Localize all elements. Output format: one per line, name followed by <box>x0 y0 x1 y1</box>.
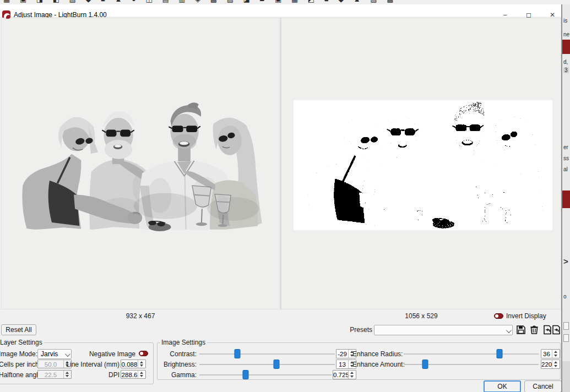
brightness-slider-handle[interactable] <box>274 360 280 369</box>
enhance-radius-slider-handle[interactable] <box>496 349 502 358</box>
dpi-label: DPI <box>99 371 120 379</box>
image-mode-combobox[interactable]: Jarvis <box>37 349 72 359</box>
original-size-caption: 932 x 467 <box>85 312 196 320</box>
slider-groove <box>199 353 335 355</box>
negative-image-toggle[interactable] <box>139 351 148 356</box>
image-mode-label: Image Mode: <box>0 350 36 358</box>
original-image-preview <box>7 101 270 233</box>
background-layer-color-fragment <box>562 190 570 208</box>
edge-text-fragment: > <box>563 257 568 266</box>
invert-display-label: Invert Display <box>506 312 546 320</box>
halftone-angle-label: Halftone angle <box>0 371 36 379</box>
spin-arrows-icon[interactable] <box>552 350 560 358</box>
cells-per-inch-label: Cells per inch <box>0 361 36 368</box>
presets-label: Presets <box>330 326 372 334</box>
edge-text-fragment: ne <box>563 31 569 37</box>
edge-text-fragment: 3 <box>563 67 569 73</box>
contrast-label: Contrast: <box>153 350 197 358</box>
slider-groove <box>199 364 335 365</box>
enhance-radius-label: Enhance Radius: <box>352 350 401 358</box>
save-icon <box>515 324 526 335</box>
edge-text-fragment: al <box>563 166 568 172</box>
gamma-slider[interactable] <box>199 370 332 379</box>
dialog-title-bar[interactable]: Adjust Image - LightBurn 1.4.00 – ◻ ✕ <box>0 4 562 17</box>
layer-settings-title: Layer Settings <box>0 339 44 346</box>
edge-text-fragment: d, <box>563 59 568 65</box>
invert-display-toggle[interactable] <box>494 313 503 319</box>
brightness-slider[interactable] <box>199 360 335 369</box>
spin-arrows-icon[interactable] <box>552 360 560 368</box>
import-preset-button[interactable] <box>551 324 562 335</box>
background-panel-fragment <box>562 361 570 392</box>
contrast-slider[interactable] <box>199 349 335 358</box>
enhance-radius-spinbox[interactable]: 36 <box>541 349 560 358</box>
enhance-amount-label: Enhance Amount: <box>352 361 401 368</box>
delete-preset-button[interactable] <box>529 324 540 335</box>
enhance-amount-slider[interactable] <box>404 360 539 369</box>
background-app-edge: isned,3erssal>o <box>562 4 570 392</box>
chevron-down-icon <box>65 351 70 357</box>
enhance-radius-slider[interactable] <box>404 349 539 358</box>
line-interval-label: Line Interval (mm) <box>65 361 120 368</box>
processed-size-caption: 1056 x 529 <box>366 312 476 320</box>
chevron-down-icon <box>506 328 512 333</box>
gamma-slider-handle[interactable] <box>243 370 249 379</box>
edge-text-fragment: is <box>563 18 567 24</box>
save-preset-button[interactable] <box>515 324 526 335</box>
edge-text-fragment: er <box>563 144 568 150</box>
gamma-label: Gamma: <box>153 371 197 379</box>
cancel-button[interactable]: Cancel <box>524 380 562 392</box>
original-preview-pane[interactable] <box>1 18 280 309</box>
spin-arrows-icon[interactable] <box>348 371 356 379</box>
halftone-angle-spinbox: 22.5 <box>37 370 72 379</box>
enhance-amount-slider-handle[interactable] <box>422 360 428 369</box>
import-preset-icon <box>551 324 562 335</box>
slider-groove <box>404 353 539 355</box>
toolbar-fragment-glyphs: ▦ ▣ ◨ ◧ ▨ ◆ ■ ▲ ● ◫ ▤ ▥ ◈ ▩ ▧ ◪ ▰ ▣ ▦ ◩ … <box>3 0 398 3</box>
slider-groove <box>199 374 332 375</box>
line-interval-spinbox[interactable]: 0.088 <box>121 360 146 368</box>
image-mode-value: Jarvis <box>41 350 58 358</box>
dithered-image-preview <box>294 100 552 230</box>
presets-combobox[interactable] <box>374 325 513 335</box>
spin-arrows-icon[interactable] <box>138 371 145 378</box>
dpi-spinbox[interactable]: 288.6 <box>121 370 146 379</box>
ok-button[interactable]: OK <box>484 380 521 392</box>
edge-text-fragment: o <box>563 293 567 300</box>
gamma-spinbox[interactable]: 0.725 <box>333 370 356 379</box>
trash-icon <box>529 324 540 335</box>
background-layer-color-fragment <box>562 40 570 54</box>
brightness-label: Brightness: <box>153 361 197 368</box>
image-settings-title: Image Settings <box>160 339 207 346</box>
background-control-fragment <box>563 322 569 330</box>
spin-arrows-icon[interactable] <box>138 360 145 368</box>
reset-all-button[interactable]: Reset All <box>1 324 36 335</box>
spin-arrows-icon <box>63 371 71 378</box>
negative-image-label: Negative Image <box>83 350 135 358</box>
contrast-slider-handle[interactable] <box>234 349 240 358</box>
enhance-amount-spinbox[interactable]: 220 <box>541 360 560 369</box>
edge-text-fragment: ss <box>563 155 569 161</box>
background-control-fragment <box>563 334 569 342</box>
